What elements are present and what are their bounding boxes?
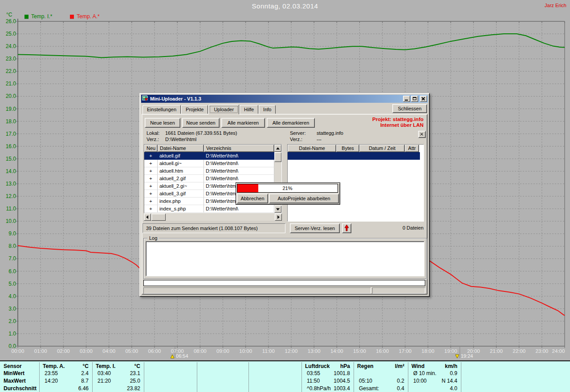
tab-projekte[interactable]: Projekte [181,105,208,114]
tab-einstellungen[interactable]: Einstellungen [142,105,181,114]
scroll-left-button[interactable] [144,214,151,221]
stats-row-label: MaxWert [4,378,26,384]
file-cell: D:\Wetter\html\ [204,205,274,213]
tab-info[interactable]: Info [259,105,276,114]
y-tick-label: 22.0 [0,69,16,74]
sunrise-icon [171,355,174,358]
stats-group-unit: km/h [408,364,457,369]
project-info: Projekt: stattegg.info Internet über LAN [372,117,423,128]
legend-label: Temp. I.* [31,13,52,20]
server-panel-close-button[interactable] [418,131,426,138]
file-cell: aktuell.htm [158,167,204,175]
scroll-right-button[interactable] [275,214,282,221]
close-button[interactable] [420,96,427,102]
y-tick-label: 23.0 [0,56,16,61]
autoprojekte-button[interactable]: AutoProjekte abarbeiten [269,194,339,203]
scrollbar-thumb[interactable] [274,152,281,162]
x-tick-label: 04:00 [98,348,120,354]
stats-group-unit: hPa [301,364,350,369]
local-table-h-scrollbar[interactable] [144,214,282,221]
stats-value: 0.9 [408,371,457,376]
scroll-up-button[interactable] [274,145,281,152]
tab-uploader[interactable]: Uploader [208,105,239,114]
minimize-button[interactable] [403,96,410,102]
marked-files-status: 39 Dateien zum Senden markiert (1.008.10… [142,223,285,233]
file-row[interactable]: +aktuell.gi~D:\Wetter\html\ [144,160,281,167]
legend-swatch-temp-i [24,15,28,19]
local-verz-path: D:\Wetter\html [165,137,196,142]
column-header-verzeichnis[interactable]: Verzeichnis [204,145,274,152]
x-tick-label: 21:00 [485,348,508,354]
file-cell: + [144,152,158,160]
y-tick-label: 25.0 [0,31,16,36]
statusbar-right [372,287,425,294]
stats-value: 6.46 [39,386,89,392]
column-header-datei-name[interactable]: Datei-Name [158,145,204,152]
maximize-button[interactable] [411,96,418,102]
x-tick-label: 09:00 [212,348,234,354]
column-header-attr[interactable]: Attr [405,145,419,152]
stats-value: 23.1 [92,371,140,376]
server-file-count: 0 Dateien [403,225,423,230]
y-tick-label: 18.0 [0,119,16,124]
scroll-down-button[interactable] [274,206,281,213]
column-header-datei-name[interactable]: Datei-Name [288,145,336,152]
log-groupbox: Log [143,238,427,279]
tab-hilfe[interactable]: Hilfe [240,105,258,114]
stats-divider [144,362,144,392]
column-header-datum-zeit[interactable]: Datum / Zeit [359,145,405,152]
log-label: Log [147,235,159,241]
log-textarea[interactable] [146,241,424,276]
scrollbar-thumb[interactable] [151,214,166,221]
uploader-tab-page: Neue lesenNeue sendenAlle markierenAlle … [142,114,428,295]
x-tick-label: 02:00 [52,348,74,354]
read-server-dir-button[interactable]: Server-Verz. lesen [290,223,340,233]
column-header-bytes[interactable]: Bytes [336,145,359,152]
server-selected-row[interactable] [288,152,420,160]
local-files-count: 1661 Dateien (67.339.551 Bytes) [165,130,237,136]
y-tick-label: 26.0 [0,19,16,24]
file-cell: + [144,190,158,198]
file-cell: aktuell.gi~ [158,160,204,167]
schliessen-button[interactable]: Schliessen [392,104,427,113]
overall-progress-bar [143,280,425,286]
file-row[interactable]: +index_s.phpD:\Wetter\html\ [144,205,281,213]
neue-lesen-button[interactable]: Neue lesen [145,118,180,128]
file-cell: + [144,160,158,167]
file-cell: + [144,167,158,175]
stats-row-label: Durchschnitt [4,386,37,392]
x-tick-label: 11:00 [257,348,280,354]
file-row[interactable]: +aktuell.gifD:\Wetter\html\ [144,152,281,160]
file-cell: + [144,175,158,182]
alle-demarkieren-button[interactable]: Alle demarkieren [267,118,315,128]
sunset-time: 19:24 [461,353,473,359]
window-titlebar[interactable]: Mini-Uploader - V1.1.3 [141,95,428,103]
abbrechen-button[interactable]: Abbrechen [237,194,268,203]
file-cell: + [144,198,158,205]
header-filler [419,145,423,152]
scroll-up-icon [276,147,280,150]
stats-value: 23.82 [92,386,140,392]
local-table-header: NeuDatei-NameVerzeichnis [144,145,281,152]
stats-group-unit: l/m² [354,364,404,369]
stats-value: 0.2 [354,378,404,384]
neue-senden-button[interactable]: Neue senden [182,118,220,128]
x-tick-label: 18:00 [417,348,439,354]
server-table-header: Datei-NameBytesDatum / ZeitAttr [288,145,423,152]
y-tick-label: 16.0 [0,144,16,149]
file-cell: aktuell_3.gif [158,190,204,198]
y-tick-label: 14.0 [0,169,16,174]
y-axis-unit: °C [6,12,12,18]
x-tick-label: 08:00 [189,348,211,354]
server-label: Server: [290,130,305,136]
x-tick-label: 06:00 [143,348,166,354]
sunset-icon [456,355,459,358]
scroll-left-icon [146,215,148,219]
upload-arrow-button[interactable] [342,223,351,233]
alle-markieren-button[interactable]: Alle markieren [221,118,265,128]
minimize-icon [405,100,408,101]
file-row[interactable]: +aktuell_2.gifD:\Wetter\html\ [144,175,281,182]
stats-value: 1003.4 [301,386,350,392]
column-header-neu[interactable]: Neu [144,145,158,152]
file-row[interactable]: +aktuell.htmD:\Wetter\html\ [144,167,281,175]
